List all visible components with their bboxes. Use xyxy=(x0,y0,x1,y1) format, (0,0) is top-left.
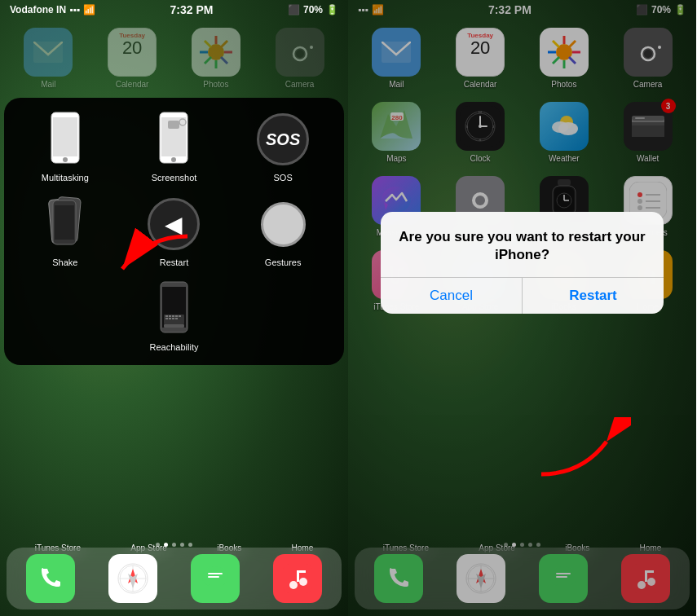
at-multitasking-label: Multitasking xyxy=(42,173,89,183)
at-reachability-label: Reachability xyxy=(150,342,199,352)
app-mail-left[interactable]: Mail xyxy=(10,28,87,89)
dialog-actions: Cancel Restart xyxy=(381,278,664,314)
dot5 xyxy=(188,543,192,547)
at-screenshot-label: Screenshot xyxy=(152,173,197,183)
at-sos-label: SOS xyxy=(274,173,293,183)
photos-label-left: Photos xyxy=(203,80,228,89)
restart-icon: ◀ xyxy=(148,198,200,250)
mail-label-left: Mail xyxy=(41,80,55,89)
right-phone-screen: ▪▪▪ 📶 7:32 PM ⬛ 70% 🔋 Mail Tuesday 20 xyxy=(348,0,696,616)
top-app-row-left: Mail Tuesday 20 Calendar xyxy=(0,20,348,97)
dialog-restart-button[interactable]: Restart xyxy=(523,278,664,314)
page-dots-left xyxy=(0,543,348,547)
svg-rect-31 xyxy=(165,315,168,317)
svg-rect-30 xyxy=(164,324,184,328)
svg-line-7 xyxy=(221,57,227,64)
svg-point-17 xyxy=(63,157,68,162)
dot2 xyxy=(164,543,168,547)
svg-rect-49 xyxy=(208,573,223,574)
dot3 xyxy=(172,543,176,547)
calendar-icon-left: Tuesday 20 xyxy=(108,28,157,77)
svg-rect-26 xyxy=(55,205,74,240)
svg-rect-36 xyxy=(165,318,168,319)
phone-icon-left xyxy=(26,554,75,603)
svg-rect-37 xyxy=(169,318,171,319)
status-bar-left: Vodafone IN ▪▪▪ 📶 7:32 PM ⬛ 70% 🔋 xyxy=(0,0,348,20)
at-restart-label: Restart xyxy=(160,257,188,267)
at-gestures[interactable]: Gestures xyxy=(235,196,331,267)
svg-rect-32 xyxy=(169,315,171,317)
safari-icon-left xyxy=(108,554,157,603)
messages-icon-left xyxy=(191,554,240,603)
at-sos[interactable]: SOS SOS xyxy=(235,111,331,183)
svg-point-21 xyxy=(171,157,176,162)
svg-rect-20 xyxy=(168,121,179,129)
sos-icon: SOS xyxy=(257,113,309,165)
svg-rect-13 xyxy=(293,41,300,46)
at-shake[interactable]: Shake xyxy=(17,196,113,267)
assistive-touch-menu[interactable]: Multitasking Screenshot xyxy=(4,98,344,365)
time-left: 7:32 PM xyxy=(170,3,213,16)
dialog-body: Are you sure you want to restart your iP… xyxy=(381,212,664,277)
at-screenshot[interactable]: Screenshot xyxy=(126,111,223,183)
at-gestures-label: Gestures xyxy=(265,257,302,267)
app-photos-left[interactable]: Photos xyxy=(178,28,255,89)
app-camera-left[interactable]: Camera xyxy=(261,28,338,89)
svg-point-53 xyxy=(299,578,307,586)
camera-label-left: Camera xyxy=(285,80,315,89)
svg-rect-35 xyxy=(179,315,181,317)
svg-rect-34 xyxy=(175,315,178,317)
dock-messages-left[interactable] xyxy=(178,554,254,603)
bt-left: ⬛ xyxy=(288,4,300,15)
wifi-left: 📶 xyxy=(83,4,95,15)
svg-line-8 xyxy=(221,41,227,47)
dot4 xyxy=(180,543,184,547)
at-shake-label: Shake xyxy=(52,257,77,267)
dialog-cancel-button[interactable]: Cancel xyxy=(381,278,522,314)
restart-dialog: Are you sure you want to restart your iP… xyxy=(381,212,664,314)
svg-line-6 xyxy=(205,41,211,47)
dock-safari-left[interactable] xyxy=(95,554,171,603)
signal-left: ▪▪▪ xyxy=(69,4,80,15)
left-phone-screen: Vodafone IN ▪▪▪ 📶 7:32 PM ⬛ 70% 🔋 Mail T… xyxy=(0,0,348,616)
app-calendar-left[interactable]: Tuesday 20 Calendar xyxy=(94,28,171,89)
svg-rect-55 xyxy=(297,570,306,573)
at-reachability[interactable]: Reachability xyxy=(126,280,223,352)
battery-left: 70% xyxy=(303,4,323,15)
svg-point-12 xyxy=(296,50,304,58)
svg-rect-33 xyxy=(172,315,174,317)
dock-phone-left[interactable] xyxy=(13,554,89,603)
camera-icon-left xyxy=(276,28,324,77)
at-restart[interactable]: ◀ Restart xyxy=(126,196,223,267)
gestures-icon xyxy=(261,202,306,247)
svg-rect-38 xyxy=(172,318,174,319)
svg-rect-39 xyxy=(175,318,178,319)
dot1 xyxy=(156,543,160,547)
svg-rect-16 xyxy=(53,117,77,156)
dialog-title: Are you sure you want to restart your iP… xyxy=(394,228,651,264)
svg-point-14 xyxy=(310,46,313,49)
photos-icon-left xyxy=(192,28,240,77)
battery-icon-left: 🔋 xyxy=(326,4,338,15)
carrier-left: Vodafone IN xyxy=(10,4,66,15)
assistive-grid: Multitasking Screenshot xyxy=(17,111,331,352)
music-icon-left xyxy=(273,554,322,603)
dock-left xyxy=(7,548,342,609)
calendar-label-left: Calendar xyxy=(116,80,149,89)
mail-icon-left xyxy=(24,28,73,77)
svg-point-52 xyxy=(289,581,298,589)
dock-music-left[interactable] xyxy=(259,554,335,603)
at-multitasking[interactable]: Multitasking xyxy=(17,111,113,183)
svg-line-9 xyxy=(205,57,211,64)
svg-rect-50 xyxy=(208,576,219,578)
